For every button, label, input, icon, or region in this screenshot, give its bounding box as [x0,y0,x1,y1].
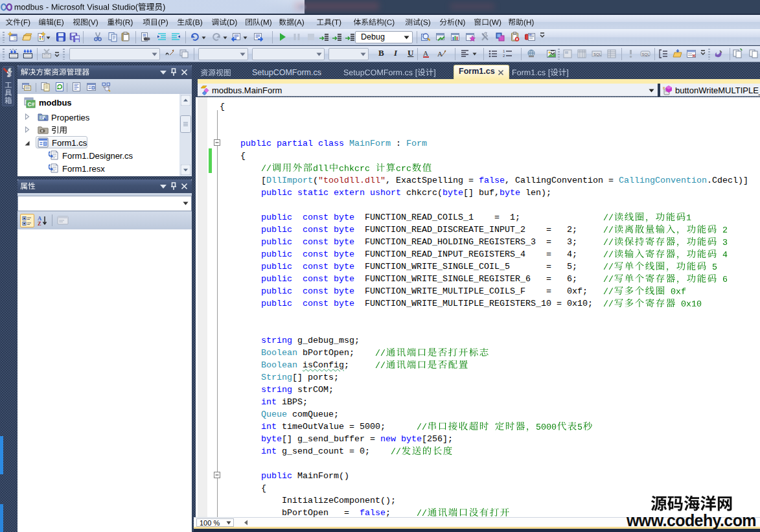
svg-text:C#: C# [28,101,35,108]
svg-text:SQL: SQL [593,52,602,56]
svg-text:A: A [437,50,443,58]
svg-text:Z: Z [38,220,41,226]
svg-text:A: A [423,49,428,57]
svg-text:2: 2 [503,54,505,58]
svg-text:1: 1 [503,49,505,53]
svg-text:SQL: SQL [642,52,651,56]
